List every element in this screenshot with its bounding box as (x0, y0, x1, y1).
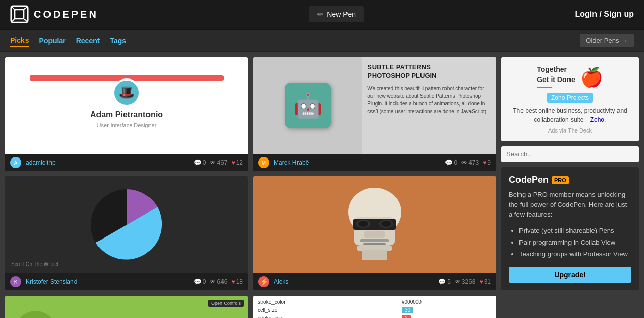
tab-tags[interactable]: Tags (110, 35, 126, 47)
robot-icon: 🤖 (285, 83, 331, 128)
svg-rect-16 (363, 243, 386, 245)
main-content: 🎩 Adam Pietrantonio User-Interface Desig… (0, 52, 644, 318)
views-4: 👁 3268 (455, 278, 476, 285)
pro-description: Being a PRO member means unlocking the f… (509, 190, 631, 220)
views-1: 👁 467 (210, 159, 227, 166)
avatar-3: K (10, 276, 21, 287)
pen-card-6[interactable]: stroke_color #000000 cell_size 30 stroke… (253, 296, 496, 318)
author-4: Aleks (274, 278, 434, 285)
svg-rect-15 (360, 239, 389, 242)
comments-1: 💬 0 (194, 159, 206, 166)
svg-point-11 (358, 221, 368, 227)
pro-feature-2: Pair programming in Collab View (519, 236, 631, 248)
patterns-preview-bg: 🤖 SUBTLE PATTERNSPHOTOSHOP PLUGIN We cre… (253, 57, 496, 154)
pen-card-5[interactable]: Open Controls (5, 296, 248, 318)
patterns-title: SUBTLE PATTERNSPHOTOSHOP PLUGIN (367, 63, 491, 81)
search-box (501, 146, 639, 162)
scroll-label: Scroll On The Wheel (11, 261, 58, 267)
pen-card-2[interactable]: 🤖 SUBTLE PATTERNSPHOTOSHOP PLUGIN We cre… (253, 57, 496, 171)
codepen-logo-icon (10, 5, 29, 23)
header: CODEPEN ✏ New Pen Login / Sign up (0, 0, 644, 30)
data-table-preview: stroke_color #000000 cell_size 30 stroke… (256, 298, 493, 318)
likes-4: ♥ 31 (480, 278, 491, 285)
ad-tagline: Together Get it Done (537, 65, 575, 90)
storm-preview (253, 176, 496, 273)
patterns-right: SUBTLE PATTERNSPHOTOSHOP PLUGIN We creat… (362, 57, 496, 154)
pen-stats-3: 💬 0 👁 646 ♥ 18 (194, 278, 243, 285)
svg-rect-18 (362, 250, 387, 260)
ad-brand-link[interactable]: Zoho. (590, 116, 606, 123)
pen-card-4[interactable]: ⚡ Aleks 💬 5 👁 3268 ♥ 31 (253, 176, 496, 290)
ad-description: The best online business, productivity a… (509, 106, 631, 124)
likes-2: ♥ 9 (483, 159, 491, 166)
pie-preview: Exciting Scroll On The Wheel (5, 176, 248, 273)
author-3: Kristofer Stensland (26, 278, 190, 285)
comments-2: 💬 0 (445, 159, 457, 166)
search-input[interactable] (501, 146, 639, 162)
pen-preview-2: 🤖 SUBTLE PATTERNSPHOTOSHOP PLUGIN We cre… (253, 57, 496, 154)
ad-via-link[interactable]: Ads via The Deck (509, 127, 631, 134)
pen-footer-2: M Marek Hrabě 💬 0 👁 473 ♥ 9 (253, 154, 496, 171)
pro-badge: PRO (552, 176, 569, 184)
svg-text:Exciting: Exciting (132, 232, 152, 238)
likes-1: ♥ 12 (232, 159, 243, 166)
profile-avatar-emoji: 🎩 (112, 78, 141, 107)
ad-tagline2: Get it Done (537, 75, 575, 85)
svg-rect-14 (364, 231, 385, 238)
tab-recent[interactable]: Recent (76, 35, 100, 47)
nav-bar: Picks Popular Recent Tags Older Pens → (0, 30, 644, 52)
ad-brand-badge: Zoho Projects (547, 93, 593, 103)
pie-chart-svg: Exciting (86, 184, 167, 266)
tab-picks[interactable]: Picks (10, 34, 29, 47)
older-pens-button[interactable]: Older Pens → (580, 34, 634, 47)
tab-popular[interactable]: Popular (39, 35, 66, 47)
sidebar: Together Get it Done 🍎 Zoho Projects The… (501, 57, 639, 318)
ad-tagline1: Together (537, 65, 575, 75)
logo-area: CODEPEN (10, 5, 98, 23)
pro-features-list: Private (yet still shareable) Pens Pair … (509, 225, 631, 260)
avatar-4: ⚡ (258, 276, 269, 287)
pen-preview-6: stroke_color #000000 cell_size 30 stroke… (253, 296, 496, 318)
new-pen-button[interactable]: ✏ New Pen (309, 6, 364, 22)
pen-preview-1: 🎩 Adam Pietrantonio User-Interface Desig… (5, 57, 248, 154)
open-controls-label: Open Controls (208, 300, 244, 307)
pen-preview-5: Open Controls (5, 296, 248, 318)
pro-header: CodePen PRO (509, 175, 631, 186)
pen-footer-1: A adamleithp 💬 0 👁 467 ♥ 12 (5, 154, 248, 171)
pen-stats-4: 💬 5 👁 3268 ♥ 31 (438, 278, 491, 285)
nav-tabs: Picks Popular Recent Tags (10, 34, 126, 47)
views-3: 👁 646 (210, 278, 227, 285)
upgrade-button[interactable]: Upgrade! (509, 267, 631, 283)
stormtrooper-svg (339, 184, 410, 266)
comments-3: 💬 0 (194, 278, 206, 285)
table-row: cell_size 30 (256, 306, 493, 314)
ad-image: 🍎 (580, 67, 603, 88)
pen-card-3[interactable]: Exciting Scroll On The Wheel K Kristofer… (5, 176, 248, 290)
profile-divider (30, 134, 224, 134)
pencil-icon: ✏ (317, 10, 324, 18)
ad-header: Together Get it Done 🍎 (509, 65, 631, 90)
pen-card-1[interactable]: 🎩 Adam Pietrantonio User-Interface Desig… (5, 57, 248, 171)
logo-text: CODEPEN (34, 9, 98, 20)
login-button[interactable]: Login / Sign up (575, 10, 634, 19)
pens-grid: 🎩 Adam Pietrantonio User-Interface Desig… (5, 57, 496, 318)
comments-4: 💬 5 (438, 278, 451, 285)
circle-shape-1 (15, 311, 56, 318)
pen-preview-4 (253, 176, 496, 273)
pen-preview-3: Exciting Scroll On The Wheel (5, 176, 248, 273)
avatar-1: A (10, 157, 21, 168)
svg-point-13 (381, 221, 391, 227)
patterns-text: We created this beautiful pattern robot … (367, 85, 491, 115)
table-row: stroke_color #000000 (256, 298, 493, 306)
table-row: stroke_size 2 (256, 314, 493, 319)
pen-footer-4: ⚡ Aleks 💬 5 👁 3268 ♥ 31 (253, 273, 496, 290)
pro-box: CodePen PRO Being a PRO member means unl… (501, 167, 639, 290)
likes-3: ♥ 18 (232, 278, 243, 285)
author-1: adamleithp (26, 159, 190, 166)
pro-feature-1: Private (yet still shareable) Pens (519, 225, 631, 236)
ad-box: Together Get it Done 🍎 Zoho Projects The… (501, 57, 639, 141)
ad-divider (537, 87, 552, 88)
views-2: 👁 473 (461, 159, 479, 166)
author-2: Marek Hrabě (274, 159, 441, 166)
pen-footer-3: K Kristofer Stensland 💬 0 👁 646 ♥ 18 (5, 273, 248, 290)
